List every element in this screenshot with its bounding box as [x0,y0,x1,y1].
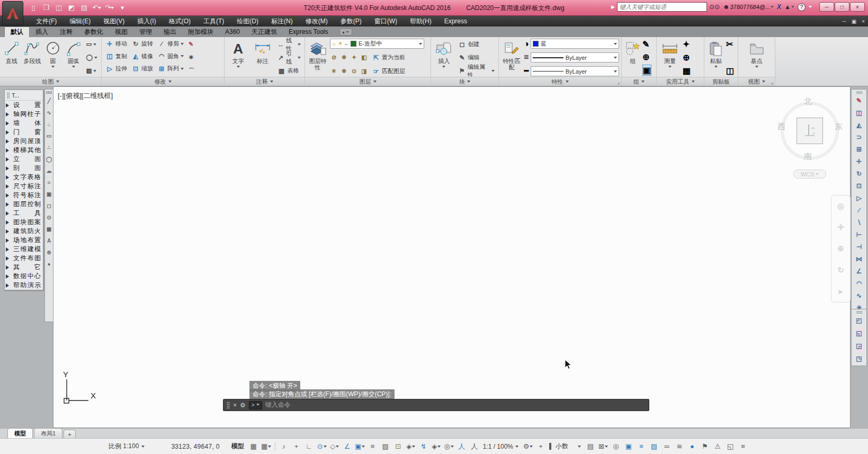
palette-item-section[interactable]: 剖面 [5,164,43,173]
copy-clip-icon[interactable]: ◫ [726,66,734,76]
menu-insert[interactable]: 插入(I) [131,16,162,26]
lock-ui-icon[interactable]: ⊠ [599,442,607,450]
lineweight-dropdown[interactable]: ByLayer [531,52,619,63]
search-collapse-icon[interactable]: ▶ [611,4,615,10]
transparency-icon[interactable]: ▨ [381,442,390,450]
clean-screen-icon[interactable]: ◱ [726,442,735,450]
palette-item-block-pattern[interactable]: 图块图案 [5,218,43,227]
move-button[interactable]: ✛移动 [104,39,129,49]
menu-view[interactable]: 视图(V) [97,16,131,26]
ellipse-flyout-icon[interactable]: ◯ [85,52,99,63]
viewport-controls[interactable]: [-][俯视][二维线框] [58,91,113,101]
tab-annotate[interactable]: 注释 [54,26,78,37]
cut-icon[interactable]: ✂ [726,39,734,49]
paste-button[interactable]: 粘贴 [706,39,726,76]
palette-item-wall[interactable]: 墙体 [5,119,43,128]
palette-item-layer-control[interactable]: 图层控制 [5,200,43,209]
tab-home[interactable]: 默认 [4,26,30,37]
dimension-button[interactable]: 标注 [251,39,274,76]
lineweight-icon[interactable]: ≡ [369,442,377,450]
dynamic-ucs-icon[interactable]: ↯ [419,442,428,450]
panel-label-block[interactable]: 块 [431,77,498,86]
dynamic-input-icon[interactable]: + [292,442,301,450]
rectangle-flyout-icon[interactable]: ▭ [85,39,99,49]
layer-thaw-icon[interactable]: ❄ [340,68,348,75]
send-under-objects-icon[interactable]: ◳ [854,354,864,363]
grid-display-icon[interactable]: ▦ [249,442,258,450]
palette-item-text-table[interactable]: 文字表格 [5,173,43,182]
measure-button[interactable]: 测量 [659,39,681,76]
tarch-dot-icon[interactable]: ● [46,260,53,268]
fillet-button[interactable]: ◠圆角 [156,51,185,61]
viewcube-top-face[interactable] [797,118,823,144]
tab-tarch[interactable]: 天正建筑 [246,26,283,37]
tarch-circle-tool-icon[interactable]: ◯ [46,155,53,163]
break-at-point-icon[interactable]: ⊢ [854,230,864,239]
infer-constraints-icon[interactable]: ♪ [280,442,288,450]
quick-select-icon[interactable]: ✦ [683,39,691,49]
palette-item-data-center[interactable]: 数据中心 [5,272,43,281]
application-menu-button[interactable] [2,1,23,25]
menu-express[interactable]: Express [438,16,473,26]
panel-label-view[interactable]: 视图 [738,77,775,86]
palette-item-symbol-annotation[interactable]: 符号标注 [5,191,43,200]
erase-icon[interactable]: ✎ [187,39,196,49]
polar-tracking-icon[interactable]: ⊙ [318,442,326,450]
drawing-compatibility-icon[interactable]: ⚑ [701,442,709,450]
panel-label-modify[interactable]: 修改 [102,77,224,86]
steering-wheel-icon[interactable]: ◎ [837,201,844,211]
trim-button[interactable]: ∕修剪 [156,39,185,49]
object-snap-icon[interactable]: ▣ [356,442,364,450]
tab-model[interactable]: 模型 [7,428,33,438]
tab-manage[interactable]: 管理 [133,26,158,37]
smooth-lines-icon[interactable]: ≋ [675,442,684,450]
graphics-performance-icon[interactable]: ● [688,442,696,450]
autoscale-icon[interactable]: 人 [470,442,479,451]
join-icon[interactable]: ⋈ [854,254,864,264]
tab-layout1[interactable]: 布局1 [34,428,62,438]
group-selection-toggle-icon[interactable]: ▣ [642,65,651,76]
chamfer-icon[interactable]: ∠ [854,266,864,276]
polyline-button[interactable]: 多段线 [23,39,42,76]
panel-label-properties[interactable]: 特性 [499,77,621,86]
palette-item-elevation[interactable]: 立面 [5,155,43,164]
close-button[interactable]: × [850,2,865,12]
menu-tools[interactable]: 工具(T) [197,16,230,26]
doc-close-icon[interactable]: × [862,19,865,24]
insert-block-button[interactable]: 插入 [433,39,455,76]
scale-dropdown[interactable]: 比例 1:100 [109,442,145,451]
circle-button[interactable]: 圆 [43,39,62,76]
arc-button[interactable]: 圆弧 [64,39,83,76]
viewcube-south[interactable]: 南 [804,152,812,162]
workspace-gear-icon[interactable]: ⚙ [524,442,532,450]
copy-icon[interactable]: ◫ [854,108,864,118]
viewcube[interactable]: 北 西 东 南 WCS [776,96,845,181]
draw-order-toolbar-grip[interactable] [856,311,862,314]
viewcube-east[interactable]: 东 [835,122,843,132]
menu-dimension[interactable]: 标注(N) [265,16,299,26]
rotate-button[interactable]: ↻旋转 [130,39,155,49]
panel-label-draw[interactable]: 绘图 [0,77,101,86]
help-search-input[interactable] [617,2,707,12]
panel-label-annotate[interactable]: 注释 [225,77,305,86]
tarch-palette-title[interactable]: T... [5,90,43,101]
tarch-box-tool-icon[interactable]: ◻ [46,202,53,209]
annotation-scale-button[interactable]: 1:1 / 100% [483,443,518,450]
scale-icon[interactable]: ⊡ [854,181,864,191]
palette-item-other[interactable]: 其它 [5,263,43,272]
gizmo-icon[interactable]: ◎ [445,442,453,450]
match-layer-button[interactable]: ☞匹配图层 [370,66,407,76]
command-close-icon[interactable]: × [233,402,237,409]
tarch-line-tool-icon[interactable]: ╱ [46,97,53,104]
view-dialog-launcher-icon[interactable]: ⌟ [771,79,773,85]
ribbon-minimize-icon[interactable]: ▴ [339,28,352,35]
palette-item-fire-protection[interactable]: 建筑防火 [5,227,43,236]
help-icon[interactable]: ? [798,3,806,11]
panel-label-clipboard[interactable]: 剪贴板 [704,77,738,86]
command-customize-wrench-icon[interactable]: ⚙ [240,402,246,409]
object-snap-tracking-icon[interactable]: ∠ [343,442,352,450]
showmotion-icon[interactable]: ▸ [839,287,843,296]
autodesk-exchange-icon[interactable]: X [777,3,781,11]
trim-icon[interactable]: ∕ [854,206,864,215]
tarch-text-tool-icon[interactable]: A [46,237,53,244]
